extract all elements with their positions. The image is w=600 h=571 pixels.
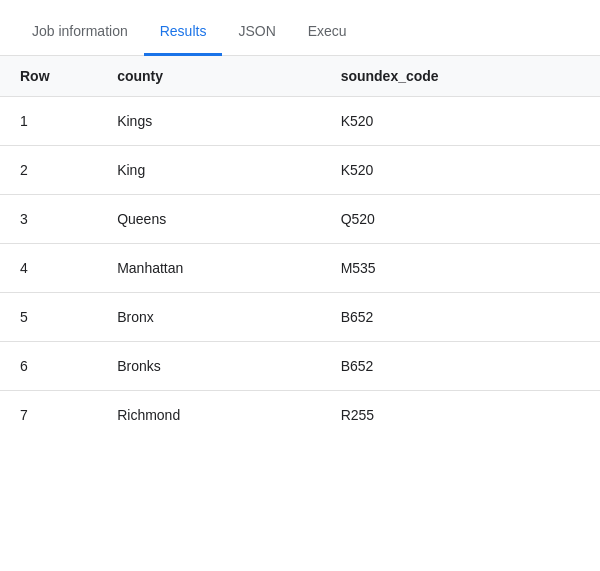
- cell-county: Kings: [97, 97, 320, 146]
- col-header-county: county: [97, 56, 320, 97]
- cell-row-number: 3: [0, 195, 97, 244]
- cell-soundex-code: K520: [321, 97, 600, 146]
- tab-execu[interactable]: Execu: [292, 7, 363, 56]
- table-container: Row county soundex_code 1KingsK5202KingK…: [0, 56, 600, 439]
- tab-job-information[interactable]: Job information: [16, 7, 144, 56]
- cell-soundex-code: B652: [321, 293, 600, 342]
- cell-soundex-code: R255: [321, 391, 600, 440]
- cell-county: King: [97, 146, 320, 195]
- cell-county: Richmond: [97, 391, 320, 440]
- col-header-soundex: soundex_code: [321, 56, 600, 97]
- cell-row-number: 5: [0, 293, 97, 342]
- tab-results[interactable]: Results: [144, 7, 223, 56]
- cell-county: Queens: [97, 195, 320, 244]
- cell-soundex-code: M535: [321, 244, 600, 293]
- cell-soundex-code: B652: [321, 342, 600, 391]
- cell-county: Manhattan: [97, 244, 320, 293]
- cell-county: Bronks: [97, 342, 320, 391]
- cell-soundex-code: Q520: [321, 195, 600, 244]
- table-row: 1KingsK520: [0, 97, 600, 146]
- table-row: 2KingK520: [0, 146, 600, 195]
- cell-row-number: 7: [0, 391, 97, 440]
- cell-row-number: 4: [0, 244, 97, 293]
- table-row: 5BronxB652: [0, 293, 600, 342]
- cell-county: Bronx: [97, 293, 320, 342]
- results-table: Row county soundex_code 1KingsK5202KingK…: [0, 56, 600, 439]
- table-row: 4ManhattanM535: [0, 244, 600, 293]
- cell-row-number: 6: [0, 342, 97, 391]
- cell-soundex-code: K520: [321, 146, 600, 195]
- table-header-row: Row county soundex_code: [0, 56, 600, 97]
- tabs-bar: Job information Results JSON Execu: [0, 0, 600, 56]
- tab-json[interactable]: JSON: [222, 7, 291, 56]
- table-row: 3QueensQ520: [0, 195, 600, 244]
- cell-row-number: 2: [0, 146, 97, 195]
- col-header-row: Row: [0, 56, 97, 97]
- cell-row-number: 1: [0, 97, 97, 146]
- table-row: 6BronksB652: [0, 342, 600, 391]
- table-row: 7RichmondR255: [0, 391, 600, 440]
